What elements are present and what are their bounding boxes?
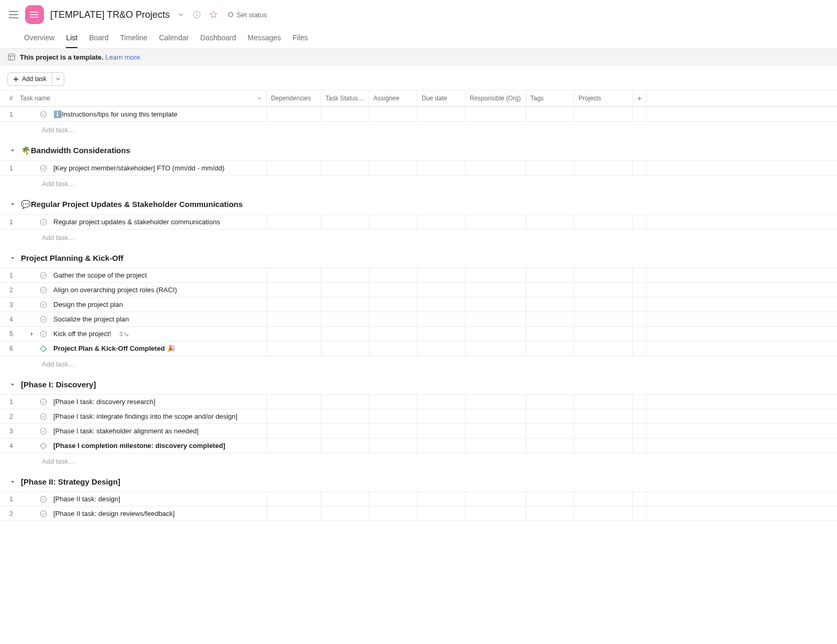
task-name-cell[interactable]: Project Plan & Kick-Off Completed 🎉 — [13, 341, 267, 355]
section-title[interactable]: Project Planning & Kick-Off — [21, 254, 123, 262]
cell[interactable] — [633, 492, 647, 506]
cell[interactable] — [466, 327, 526, 341]
cell[interactable] — [526, 395, 574, 409]
cell[interactable] — [574, 439, 633, 453]
cell[interactable] — [466, 507, 526, 521]
check-circle-icon[interactable] — [40, 218, 47, 226]
table-row[interactable]: 4Socialize the project plan — [0, 312, 837, 327]
check-circle-icon[interactable] — [40, 428, 47, 435]
cell[interactable] — [369, 341, 417, 355]
add-task-inline[interactable]: Add task… — [0, 176, 837, 192]
check-circle-icon[interactable] — [40, 111, 47, 118]
cell[interactable] — [321, 341, 369, 355]
cell[interactable] — [633, 409, 647, 423]
table-row[interactable]: 1[Phase II task: design] — [0, 491, 837, 507]
task-name-cell[interactable]: ℹ️Instructions/tips for using this templ… — [13, 107, 267, 121]
task-name-cell[interactable]: Gather the scope of the project — [13, 268, 267, 282]
milestone-icon[interactable] — [40, 345, 47, 352]
check-circle-icon[interactable] — [40, 330, 47, 338]
cell[interactable] — [267, 297, 321, 312]
cell[interactable] — [369, 161, 417, 175]
cell[interactable] — [267, 492, 321, 506]
add-task-dropdown[interactable] — [52, 72, 64, 86]
cell[interactable] — [369, 492, 417, 506]
chevron-down-icon[interactable] — [178, 12, 184, 18]
menu-icon[interactable] — [7, 8, 20, 21]
section-title[interactable]: 💬Regular Project Updates & Stakeholder C… — [21, 200, 243, 209]
task-name-cell[interactable]: Kick off the project!3 — [13, 327, 267, 341]
tab-timeline[interactable]: Timeline — [120, 29, 148, 48]
collapse-caret-icon[interactable] — [8, 200, 17, 209]
cell[interactable] — [526, 312, 574, 326]
cell[interactable] — [574, 312, 633, 326]
cell[interactable] — [526, 107, 574, 121]
page-title[interactable]: [TEMPLATE] TR&O Projects — [50, 9, 169, 20]
cell[interactable] — [574, 409, 633, 423]
task-name-cell[interactable]: Regular project updates & stakeholder co… — [13, 215, 267, 229]
cell[interactable] — [267, 341, 321, 355]
task-name-cell[interactable]: Design the project plan — [13, 297, 267, 312]
section-title[interactable]: [Phase I: Discovery] — [21, 380, 96, 389]
cell[interactable] — [321, 424, 369, 438]
check-circle-icon[interactable] — [40, 413, 47, 420]
table-row[interactable]: 3[Phase I task: stakeholder alignment as… — [0, 424, 837, 439]
col-due[interactable]: Due date — [417, 90, 466, 106]
cell[interactable] — [321, 439, 369, 453]
cell[interactable] — [321, 268, 369, 282]
table-row[interactable]: 5Kick off the project!3 — [0, 327, 837, 341]
cell[interactable] — [267, 215, 321, 229]
cell[interactable] — [526, 424, 574, 438]
task-name-cell[interactable]: [Phase II task: design] — [13, 492, 267, 506]
cell[interactable] — [633, 268, 647, 282]
check-circle-icon[interactable] — [40, 316, 47, 323]
cell[interactable] — [267, 507, 321, 521]
cell[interactable] — [633, 327, 647, 341]
check-circle-icon[interactable] — [40, 510, 47, 518]
cell[interactable] — [466, 268, 526, 282]
cell[interactable] — [321, 161, 369, 175]
table-row[interactable]: 3Design the project plan — [0, 297, 837, 312]
cell[interactable] — [574, 492, 633, 506]
set-status-button[interactable]: Set status — [228, 11, 267, 19]
cell[interactable] — [466, 395, 526, 409]
cell[interactable] — [633, 439, 647, 453]
cell[interactable] — [466, 107, 526, 121]
task-name-cell[interactable]: Socialize the project plan — [13, 312, 267, 326]
cell[interactable] — [574, 107, 633, 121]
cell[interactable] — [369, 439, 417, 453]
check-circle-icon[interactable] — [40, 398, 47, 406]
cell[interactable] — [417, 161, 466, 175]
cell[interactable] — [526, 341, 574, 355]
cell[interactable] — [417, 297, 466, 312]
cell[interactable] — [574, 215, 633, 229]
cell[interactable] — [526, 283, 574, 297]
table-row[interactable]: 1[Phase I task: discovery research] — [0, 394, 837, 409]
col-projects[interactable]: Projects — [574, 90, 633, 106]
cell[interactable] — [267, 424, 321, 438]
cell[interactable] — [574, 161, 633, 175]
cell[interactable] — [369, 424, 417, 438]
cell[interactable] — [267, 107, 321, 121]
cell[interactable] — [267, 409, 321, 423]
cell[interactable] — [369, 283, 417, 297]
collapse-caret-icon[interactable] — [8, 478, 17, 486]
add-column-button[interactable] — [633, 90, 647, 106]
cell[interactable] — [633, 312, 647, 326]
tab-messages[interactable]: Messages — [247, 29, 281, 48]
cell[interactable] — [417, 341, 466, 355]
tab-files[interactable]: Files — [292, 29, 308, 48]
check-circle-icon[interactable] — [40, 496, 47, 503]
table-row[interactable]: 4[Phase I completion milestone: discover… — [0, 439, 837, 453]
check-circle-icon[interactable] — [40, 286, 47, 294]
cell[interactable] — [574, 327, 633, 341]
cell[interactable] — [369, 297, 417, 312]
check-circle-icon[interactable] — [40, 272, 47, 279]
cell[interactable] — [466, 341, 526, 355]
cell[interactable] — [321, 492, 369, 506]
cell[interactable] — [417, 283, 466, 297]
cell[interactable] — [267, 312, 321, 326]
cell[interactable] — [574, 283, 633, 297]
cell[interactable] — [267, 161, 321, 175]
collapse-caret-icon[interactable] — [8, 381, 17, 389]
cell[interactable] — [321, 507, 369, 521]
